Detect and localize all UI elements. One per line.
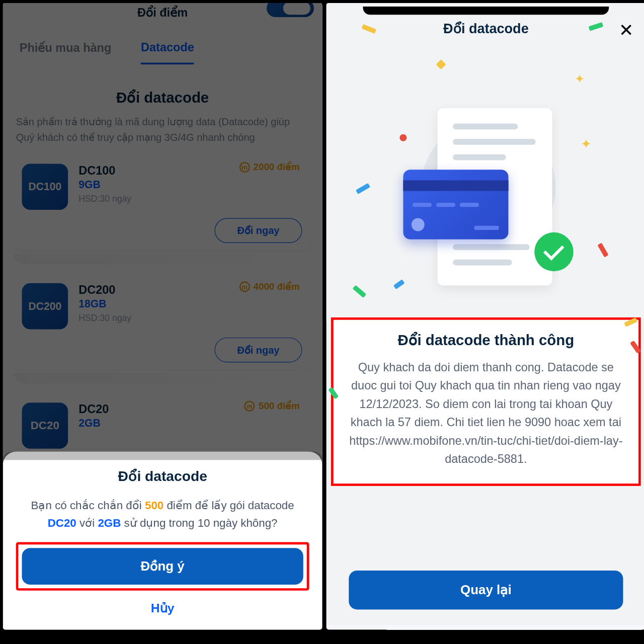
highlight-frame: Đồng ý (16, 542, 309, 590)
left-screen: Đổi điểm Phiếu mua hàng Datacode Đổi dat… (3, 3, 323, 630)
card-icon (403, 170, 508, 239)
receipt-illustration (403, 108, 569, 303)
confetti-icon (353, 285, 367, 298)
sparkle-icon: ✦ (581, 136, 591, 152)
confetti-icon (436, 59, 446, 69)
device-notch (363, 7, 609, 15)
confetti-icon (328, 387, 339, 399)
back-button[interactable]: Quay lại (349, 571, 623, 610)
confetti-icon (630, 340, 641, 354)
confetti-icon (356, 183, 370, 194)
confirm-button[interactable]: Đồng ý (22, 548, 303, 585)
success-title: Đổi datacode thành công (344, 332, 628, 349)
success-text: Quy khach da doi diem thanh cong. Dataco… (344, 358, 628, 468)
left-screenshot: Đổi điểm Phiếu mua hàng Datacode Đổi dat… (3, 3, 323, 630)
cancel-button[interactable]: Hủy (151, 601, 175, 615)
success-hero: Đổi datacode ✕ ✦ ✦ (327, 3, 644, 323)
success-body: Đổi datacode thành công Quy khach da doi… (327, 317, 644, 625)
highlight-frame: Đổi datacode thành công Quy khach da doi… (331, 317, 641, 486)
check-icon (534, 232, 574, 272)
sheet-title: Đổi datacode (16, 468, 309, 485)
close-icon[interactable]: ✕ (619, 20, 633, 40)
right-screenshot: Đổi datacode ✕ ✦ ✦ (327, 3, 644, 630)
confirm-sheet: Đổi datacode Bạn có chắc chắn đổi 500 đi… (3, 452, 323, 630)
sparkle-icon: ✦ (575, 71, 585, 82)
confetti-icon (597, 243, 608, 257)
sheet-body: Bạn có chắc chắn đổi 500 điểm để lấy gói… (16, 497, 309, 531)
